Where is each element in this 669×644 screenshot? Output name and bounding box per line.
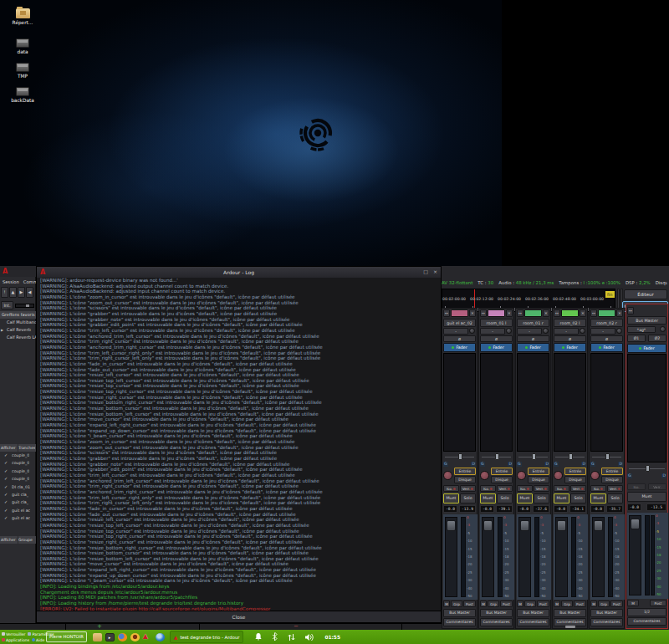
- track-row[interactable]: ✓guit el ac: [0, 514, 36, 522]
- phase-button[interactable]: ø: [590, 335, 623, 342]
- strip-close-icon[interactable]: ×: [580, 309, 586, 317]
- toolbar-button-2[interactable]: ▶: [18, 287, 25, 298]
- fader-processor-button[interactable]: Fader: [443, 343, 476, 352]
- desktop-icon[interactable]: TMP: [3, 63, 42, 79]
- group-button[interactable]: Grp: [598, 601, 610, 607]
- pan-handle[interactable]: [532, 453, 536, 460]
- solo-lock-button[interactable]: Verr.: [570, 485, 586, 492]
- audio-launcher-icon[interactable]: [130, 633, 140, 641]
- toolbar-button-3[interactable]: ◀: [26, 287, 33, 298]
- notifications-icon[interactable]: [255, 633, 262, 641]
- menu-session[interactable]: Session: [3, 279, 19, 284]
- mute-button[interactable]: Muet: [517, 493, 533, 503]
- output-button[interactable]: Bus Master: [443, 609, 476, 617]
- record-arm-button[interactable]: [480, 471, 489, 480]
- group-button[interactable]: Grp: [524, 601, 536, 607]
- fader-processor-button[interactable]: Fader: [554, 343, 586, 352]
- maximize-icon[interactable]: □: [423, 268, 428, 274]
- input-monitor-button[interactable]: Entrée: [528, 468, 549, 475]
- shuttle-slider[interactable]: [15, 304, 34, 308]
- fader-track[interactable]: [555, 517, 568, 597]
- network-traffic-icon[interactable]: [288, 633, 295, 641]
- metering-m-button[interactable]: M: [443, 601, 450, 607]
- processor-box[interactable]: [554, 353, 586, 452]
- peak-display[interactable]: -13.5: [646, 503, 666, 511]
- processor-box[interactable]: [590, 353, 623, 452]
- zoom-in-button[interactable]: +: [97, 624, 102, 630]
- favorite-plugin-item[interactable]: Calf Multiband: [0, 319, 36, 326]
- desktop-icon[interactable]: backData: [3, 87, 42, 103]
- trim-display[interactable]: -: [443, 328, 468, 335]
- metering-m-button[interactable]: M: [627, 600, 639, 606]
- processor-box[interactable]: [443, 353, 476, 452]
- mute-button[interactable]: Muet: [480, 493, 496, 503]
- fader-handle[interactable]: [483, 520, 493, 531]
- fader-handle[interactable]: [631, 519, 640, 529]
- mute-button[interactable]: Muet: [554, 493, 569, 503]
- main-titlebar[interactable]: A: [0, 266, 36, 277]
- pan-control[interactable]: GD: [443, 452, 476, 467]
- window-list-button[interactable]: ▲ test degrande trio - Ardour: [170, 631, 244, 643]
- group-button[interactable]: Grp: [451, 601, 462, 607]
- visible-checkbox[interactable]: ✓: [0, 475, 12, 483]
- trim-display[interactable]: -: [517, 328, 542, 335]
- menu-commun[interactable]: Commun: [23, 279, 36, 284]
- solo-iso-button[interactable]: Iso.: [554, 485, 569, 492]
- comments-button[interactable]: Commentaires: [480, 618, 513, 626]
- comments-button[interactable]: Commentaires: [443, 618, 476, 626]
- meter-post-button[interactable]: Post: [537, 601, 549, 607]
- visible-checkbox[interactable]: ✓: [0, 507, 12, 514]
- processor-box[interactable]: [480, 353, 513, 452]
- strip-width-button[interactable]: ↔: [627, 307, 634, 314]
- pan-control[interactable]: GD: [517, 452, 549, 467]
- solo-iso-button[interactable]: Iso.: [627, 483, 646, 490]
- solo-button[interactable]: Solo: [570, 493, 586, 503]
- strip-name-button[interactable]: room_02 l: [554, 319, 586, 327]
- phase-button[interactable]: ø: [554, 335, 586, 342]
- applications-menu-item[interactable]: Applications: [2, 637, 29, 643]
- input-monitor-button[interactable]: Entrée: [564, 468, 586, 475]
- gain-display[interactable]: -0.0: [627, 503, 641, 511]
- trim-knob[interactable]: [543, 328, 549, 334]
- bluetooth-icon[interactable]: [272, 632, 278, 641]
- visible-checkbox[interactable]: ✓: [0, 468, 12, 475]
- peak-display[interactable]: -13.9: [459, 505, 476, 513]
- log-titlebar[interactable]: A Ardour - Log □ ×: [37, 267, 441, 278]
- gain-display[interactable]: -0.0: [517, 505, 531, 513]
- metering-m-button[interactable]: M: [554, 601, 560, 607]
- mute-button[interactable]: Muet: [627, 492, 666, 502]
- pan-control[interactable]: GD: [554, 452, 586, 467]
- trim-knob[interactable]: [469, 328, 475, 334]
- solo-lock-button[interactable]: Verr.: [534, 485, 549, 492]
- output-button[interactable]: Bus Master: [480, 609, 513, 617]
- jack-launcher-icon[interactable]: [143, 633, 152, 641]
- disk-monitor-button[interactable]: Disque: [528, 476, 549, 483]
- record-arm-button[interactable]: [443, 471, 452, 480]
- strip-width-button[interactable]: ↔: [517, 309, 523, 317]
- trim-display[interactable]: -: [480, 328, 505, 335]
- output-button[interactable]: 1/2: [627, 608, 666, 616]
- trim-knob[interactable]: [506, 328, 512, 334]
- pan-handle[interactable]: [495, 453, 499, 460]
- solo-iso-button[interactable]: Iso.: [517, 485, 533, 492]
- trim-knob[interactable]: [616, 328, 622, 334]
- mixer-strip-guit el ac_02[interactable]: ↔×guit el ac_02-øFaderGDEntréeDisqueIso.…: [442, 308, 477, 629]
- close-icon[interactable]: ×: [433, 268, 437, 274]
- lock-menu-item[interactable]: Verrouiller: [2, 631, 25, 637]
- output-button[interactable]: Bus Master: [517, 609, 549, 617]
- fader-track[interactable]: [482, 517, 494, 597]
- input-monitor-button[interactable]: Entrée: [601, 468, 623, 475]
- solo-button[interactable]: Solo: [534, 493, 549, 503]
- visible-checkbox[interactable]: ✓: [0, 452, 12, 459]
- disk-monitor-button[interactable]: Disque: [454, 476, 476, 483]
- strip-width-button[interactable]: ↔: [554, 309, 560, 317]
- solo-iso-button[interactable]: Iso.: [443, 485, 459, 492]
- solo-button[interactable]: Solo: [607, 493, 623, 503]
- master-strip[interactable]: ↔Bus Master*ag*Ø1Ø2FaderGDIso.Verr.Muet-…: [626, 304, 668, 629]
- strip-close-icon[interactable]: ×: [616, 309, 623, 317]
- strip-close-icon[interactable]: ×: [506, 309, 513, 317]
- fader-track[interactable]: [592, 517, 605, 597]
- gain-display[interactable]: -0.0: [554, 505, 568, 513]
- metering-m-button[interactable]: M: [590, 601, 597, 607]
- output-button[interactable]: Bus Master: [554, 609, 586, 617]
